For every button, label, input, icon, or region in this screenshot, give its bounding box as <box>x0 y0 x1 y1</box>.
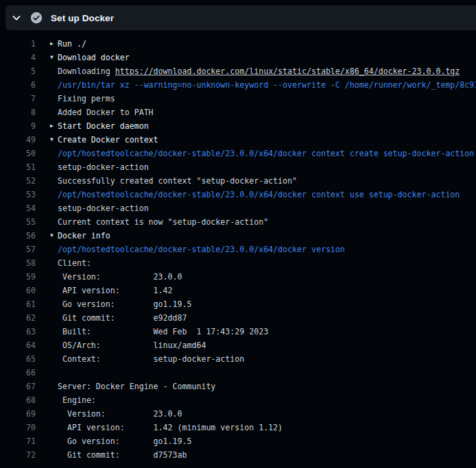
log-text: Create Docker context <box>58 133 158 147</box>
log-area: 1▶Run ./4▼Download docker5Downloading ht… <box>0 30 476 462</box>
line-number[interactable]: 4 <box>0 51 36 64</box>
download-url-link[interactable]: https://download.docker.com/linux/static… <box>115 66 460 76</box>
workflow-log-viewer: Set up Docker 1▶Run ./4▼Download docker5… <box>0 0 476 468</box>
log-line: 65 Context: setup-docker-action <box>0 352 476 366</box>
log-line: 53/opt/hostedtoolcache/docker-stable/23.… <box>0 188 476 201</box>
log-text: OS/Arch: linux/amd64 <box>58 338 206 352</box>
log-line: 60 API version: 1.42 <box>0 284 476 297</box>
log-command-text: /opt/hostedtoolcache/docker-stable/23.0.… <box>58 188 460 201</box>
gutter <box>36 215 58 229</box>
line-number[interactable]: 63 <box>0 325 36 338</box>
log-text: Downloading <box>58 66 115 76</box>
line-number[interactable]: 71 <box>0 434 36 448</box>
log-line: 55Current context is now "setup-docker-a… <box>0 215 476 229</box>
line-number[interactable]: 69 <box>0 407 36 421</box>
line-number[interactable]: 68 <box>0 393 36 407</box>
line-number[interactable]: 56 <box>0 229 36 243</box>
log-text: Git commit: d7573ab <box>58 448 187 462</box>
log-text: Version: 23.0.0 <box>58 407 182 421</box>
step-header[interactable]: Set up Docker <box>5 5 476 30</box>
line-number[interactable]: 70 <box>0 421 36 434</box>
log-text: API version: 1.42 <box>58 284 173 297</box>
log-text: setup-docker-action <box>58 160 149 174</box>
log-command-text: /opt/hostedtoolcache/docker-stable/23.0.… <box>58 147 474 160</box>
log-line: 63 Built: Wed Feb 1 17:43:29 2023 <box>0 325 476 338</box>
log-text: Engine: <box>58 393 96 407</box>
line-number[interactable]: 61 <box>0 297 36 311</box>
line-number[interactable]: 65 <box>0 352 36 366</box>
line-number[interactable]: 53 <box>0 188 36 201</box>
log-text: Start Docker daemon <box>58 119 149 133</box>
line-number[interactable]: 62 <box>0 311 36 325</box>
log-line: 61 Go version: go1.19.5 <box>0 297 476 311</box>
line-number[interactable]: 60 <box>0 284 36 297</box>
log-line: 57/opt/hostedtoolcache/docker-stable/23.… <box>0 243 476 256</box>
gutter <box>36 147 58 160</box>
line-number[interactable]: 9 <box>0 119 36 133</box>
gutter <box>36 270 58 284</box>
gutter <box>36 64 58 78</box>
log-text: Docker info <box>58 229 110 243</box>
line-number[interactable]: 49 <box>0 133 36 147</box>
log-text: API version: 1.42 (minimum version 1.12) <box>58 421 283 434</box>
log-text: Client: <box>58 256 91 270</box>
gutter <box>36 243 58 256</box>
log-group-header[interactable]: 1▶Run ./ <box>0 37 476 51</box>
log-line: 58Client: <box>0 256 476 270</box>
gutter <box>36 311 58 325</box>
triangle-down-icon[interactable]: ▼ <box>36 229 58 243</box>
log-group-header[interactable]: 9▶Start Docker daemon <box>0 119 476 133</box>
check-circle-icon <box>30 12 43 24</box>
line-number[interactable]: 50 <box>0 147 36 160</box>
log-group-header[interactable]: 4▼Download docker <box>0 51 476 64</box>
log-line: 71 Go version: go1.19.5 <box>0 434 476 448</box>
log-text: Added Docker to PATH <box>58 106 154 119</box>
line-number[interactable]: 66 <box>0 366 36 380</box>
line-number[interactable]: 52 <box>0 174 36 188</box>
log-group-header[interactable]: 56▼Docker info <box>0 229 476 243</box>
chevron-down-icon[interactable] <box>11 12 22 23</box>
gutter <box>36 92 58 106</box>
line-number[interactable]: 1 <box>0 37 36 51</box>
log-line: 70 API version: 1.42 (minimum version 1.… <box>0 421 476 434</box>
line-number[interactable]: 7 <box>0 92 36 106</box>
log-line: 6/usr/bin/tar xz --warning=no-unknown-ke… <box>0 78 476 92</box>
log-line: 59 Version: 23.0.0 <box>0 270 476 284</box>
line-number[interactable]: 6 <box>0 78 36 92</box>
line-number[interactable]: 72 <box>0 448 36 462</box>
log-group-header[interactable]: 49▼Create Docker context <box>0 133 476 147</box>
log-text: Run ./ <box>58 37 86 51</box>
line-number[interactable]: 54 <box>0 201 36 215</box>
log-line: 52Successfully created context "setup-do… <box>0 174 476 188</box>
gutter <box>36 448 58 462</box>
line-number[interactable]: 59 <box>0 270 36 284</box>
gutter <box>36 284 58 297</box>
line-number[interactable]: 67 <box>0 380 36 393</box>
line-number[interactable]: 8 <box>0 106 36 119</box>
log-command-text: /usr/bin/tar xz --warning=no-unknown-key… <box>58 78 476 92</box>
log-text: Server: Docker Engine - Community <box>58 380 215 393</box>
line-number[interactable]: 51 <box>0 160 36 174</box>
triangle-down-icon[interactable]: ▼ <box>36 133 58 147</box>
log-text: Downloading https://download.docker.com/… <box>58 64 460 78</box>
log-line: 8Added Docker to PATH <box>0 106 476 119</box>
log-line: 66 <box>0 366 476 380</box>
log-line: 67Server: Docker Engine - Community <box>0 380 476 393</box>
triangle-right-icon[interactable]: ▶ <box>36 37 58 51</box>
gutter <box>36 407 58 421</box>
step-title: Set up Docker <box>51 13 114 23</box>
log-line: 5Downloading https://download.docker.com… <box>0 64 476 78</box>
gutter <box>36 421 58 434</box>
log-text: Git commit: e92dd87 <box>58 311 187 325</box>
log-line: 72 Git commit: d7573ab <box>0 448 476 462</box>
triangle-right-icon[interactable]: ▶ <box>36 119 58 133</box>
gutter <box>36 297 58 311</box>
gutter <box>36 188 58 201</box>
line-number[interactable]: 64 <box>0 338 36 352</box>
line-number[interactable]: 57 <box>0 243 36 256</box>
line-number[interactable]: 58 <box>0 256 36 270</box>
line-number[interactable]: 5 <box>0 64 36 78</box>
line-number[interactable]: 55 <box>0 215 36 229</box>
gutter <box>36 434 58 448</box>
triangle-down-icon[interactable]: ▼ <box>36 51 58 64</box>
